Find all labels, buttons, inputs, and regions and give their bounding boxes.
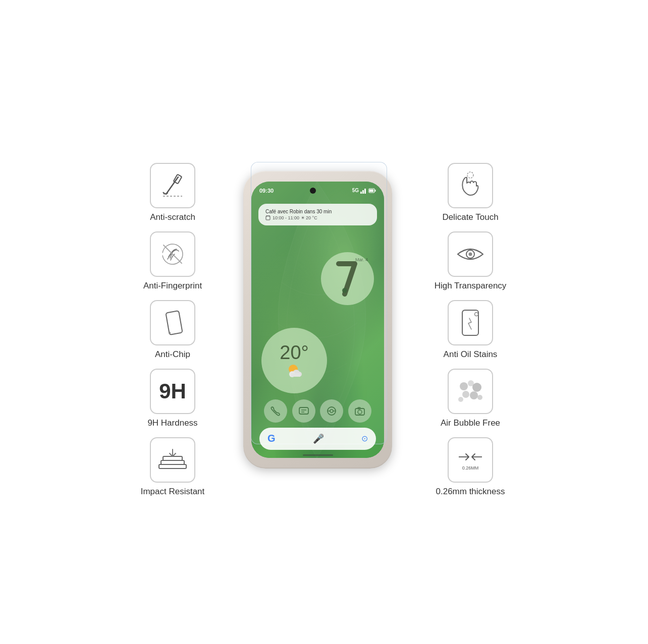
anti-scratch-label: Anti-scratch [150,212,195,222]
9h-hardness-label: 9H Hardness [147,418,197,428]
high-transparency-icon-box [448,231,493,277]
svg-point-50 [458,397,463,402]
eye-icon [455,242,485,267]
svg-line-0 [166,177,178,194]
mic-icon: 🎤 [313,433,324,444]
feature-anti-oil-stains: Anti Oil Stains [410,300,531,360]
svg-rect-29 [299,407,308,414]
phone-body: 09:30 5G [243,171,392,469]
feature-9h-hardness: 9H 9H Hardness [117,369,228,428]
thickness-icon-box: 0.26MM [448,437,493,483]
svg-rect-20 [266,216,270,220]
svg-point-46 [472,383,481,392]
clock-number [334,256,361,301]
phone-wrapper: 09:30 5G [243,171,395,474]
delicate-touch-icon-box [448,163,493,208]
delicate-touch-label: Delicate Touch [442,212,498,222]
thickness-value: 0.26MM [462,465,479,471]
thickness-arrows [458,449,483,464]
camera-notch [310,188,316,194]
svg-rect-12 [159,464,186,469]
anti-chip-label: Anti-Chip [155,349,190,360]
calendar-subtitle-text: 10:00 - 11:00 ☀ 20 °C [273,215,317,220]
status-right: 5G [352,188,376,194]
network-label: 5G [352,188,359,193]
feature-air-bubble-free: Air Bubble Free [410,369,531,428]
anti-scratch-icon-box [150,163,195,208]
svg-rect-14 [360,192,362,194]
feature-impact-resistant: Impact Resistant [117,437,228,497]
phone-chip-icon [158,308,187,338]
svg-point-23 [342,288,347,293]
svg-point-48 [470,391,478,399]
battery-icon [369,188,376,193]
lens-icon: ⊙ [361,434,368,443]
dock-camera-icon [348,399,371,423]
signal-icon [360,188,367,194]
svg-point-43 [475,312,478,316]
home-indicator [303,454,333,456]
feature-anti-chip: Anti-Chip [117,300,228,360]
svg-rect-16 [364,189,366,194]
dock-browser-icon [320,399,343,423]
status-bar: 09:30 5G [251,182,384,200]
anti-fingerprint-label: Anti-Fingerprint [143,281,202,291]
air-bubble-free-icon-box [448,369,493,414]
svg-rect-5 [174,174,182,184]
browser-icon [326,405,337,417]
weather-sun-icon [284,362,304,378]
impact-resistant-icon-box [150,437,195,483]
svg-rect-11 [163,456,182,460]
camera-icon [354,405,365,417]
calendar-card: Café avec Robin dans 30 min 10:00 - 11:0… [258,204,377,225]
svg-point-33 [330,409,333,413]
high-transparency-label: High Transparency [435,281,507,291]
pencil-icon [159,172,186,199]
svg-point-44 [460,382,468,390]
air-bubble-free-label: Air Bubble Free [441,418,500,428]
anti-chip-icon-box [150,300,195,345]
left-features-column: Anti-scratch Anti-Fingerprint [117,163,228,497]
anti-fingerprint-icon-box [150,231,195,277]
clock-widget: Mar. 4 [321,252,374,305]
svg-rect-15 [362,190,364,194]
clock-date: Mar. 4 [355,257,368,262]
svg-rect-8 [166,311,182,335]
phone-center: 09:30 5G [243,171,395,474]
svg-point-9 [169,332,171,334]
fingerprint-icon [157,239,188,269]
feature-high-transparency: High Transparency [410,231,531,291]
anti-oil-stains-label: Anti Oil Stains [444,349,498,360]
search-bar: G 🎤 ⊙ [259,428,376,450]
svg-point-47 [462,391,469,398]
9h-hardness-icon-box: 9H [150,369,195,414]
feature-thickness: 0.26MM 0.26mm thickness [410,437,531,497]
phone-cracked-icon [457,308,483,337]
thickness-arrow-icon [458,449,483,464]
main-container: Anti-scratch Anti-Fingerprint [0,0,648,644]
svg-rect-18 [369,189,373,192]
svg-point-41 [469,252,472,256]
calendar-icon [265,215,271,220]
impact-icon [157,446,188,474]
calendar-title: Café avec Robin dans 30 min [265,209,370,214]
feature-anti-fingerprint: Anti-Fingerprint [117,231,228,291]
weather-temp: 20° [280,343,308,362]
message-icon [298,405,309,417]
svg-rect-19 [374,190,375,192]
feature-delicate-touch: Delicate Touch [410,163,531,222]
impact-resistant-label: Impact Resistant [141,487,205,497]
svg-line-7 [164,245,182,263]
app-dock [251,399,384,423]
google-g: G [267,433,276,444]
status-time: 09:30 [259,188,274,194]
svg-rect-10 [161,460,184,464]
calendar-subtitle: 10:00 - 11:00 ☀ 20 °C [265,215,370,220]
phone-screen: 09:30 5G [251,182,384,458]
dock-message-icon [292,399,315,423]
svg-point-37 [358,410,362,414]
dock-phone-icon [264,399,287,423]
svg-rect-28 [291,373,300,377]
weather-widget: 20° [261,328,327,393]
9h-text: 9H [159,381,186,402]
